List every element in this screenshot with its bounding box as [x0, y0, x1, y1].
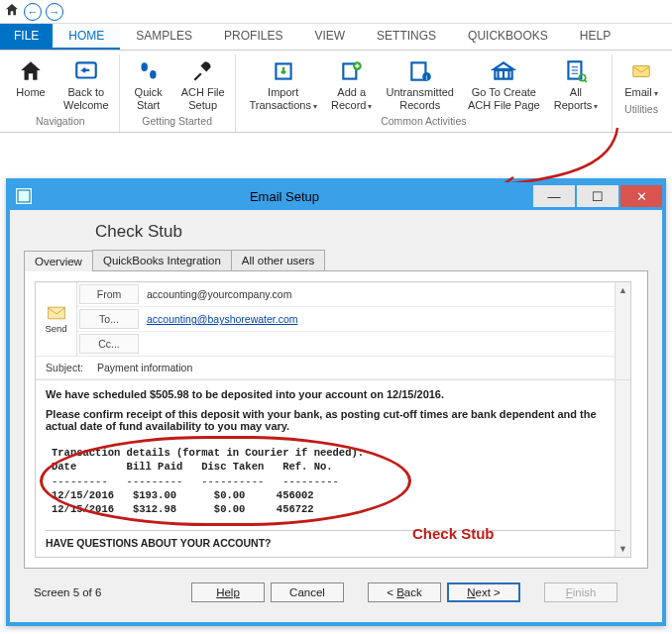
questions-line: HAVE QUESTIONS ABOUT YOUR ACCOUNT?	[46, 537, 620, 549]
footsteps-icon	[135, 58, 163, 84]
goto-create-ach-button[interactable]: Go To Create ACH File Page	[464, 56, 544, 113]
forward-icon[interactable]: →	[46, 3, 63, 21]
help-button[interactable]: Help	[191, 582, 265, 602]
tab-home[interactable]: HOME	[53, 24, 120, 50]
subject-value: Payment information	[93, 359, 630, 376]
email-setup-window: Email Setup — ☐ ✕ Check Stub Overview Qu…	[6, 178, 666, 626]
finish-button: Finish	[544, 582, 617, 602]
goto-ach-label: Go To Create ACH File Page	[468, 86, 540, 111]
svg-text:i: i	[425, 74, 426, 81]
subject-label: Subject:	[38, 359, 89, 376]
send-button[interactable]: Send	[36, 282, 77, 356]
tab-overview[interactable]: Overview	[24, 251, 93, 271]
screen-counter: Screen 5 of 6	[34, 586, 163, 598]
back-label: Back to Welcome	[63, 86, 109, 111]
home-label: Home	[16, 86, 45, 99]
back-button[interactable]: < Back	[368, 582, 441, 602]
svg-rect-14	[48, 307, 64, 319]
stub-row-2: 12/15/2016 $312.98 $0.00 456722	[52, 503, 314, 515]
send-label: Send	[45, 323, 66, 334]
window-icon	[16, 188, 32, 204]
maximize-button[interactable]: ☐	[577, 185, 618, 207]
content-tabs: Overview QuickBooks Integration All othe…	[24, 250, 648, 271]
stub-sep: --------- --------- ---------- ---------	[52, 476, 339, 487]
home-large-icon	[17, 58, 45, 84]
cancel-button[interactable]: Cancel	[271, 582, 344, 602]
add-record-button[interactable]: Add a Record	[327, 56, 376, 113]
add-record-icon	[338, 58, 366, 84]
email-utility-button[interactable]: Email	[618, 56, 664, 101]
from-label[interactable]: From	[79, 284, 139, 304]
wizard-nav-bar: Screen 5 of 6 Help Cancel < Back Next > …	[24, 569, 648, 610]
add-record-label: Add a Record	[331, 86, 372, 111]
ribbon-tabs: FILE HOME SAMPLES PROFILES VIEW SETTINGS…	[0, 24, 672, 51]
email-preview: ▲▼ Send Fromaccounting@yourcompany.com T…	[35, 281, 631, 558]
overview-panel: ▲▼ Send Fromaccounting@yourcompany.com T…	[24, 271, 648, 569]
email-body: We have scheduled $505.98 to be deposite…	[36, 379, 630, 557]
to-value: accounting@bayshorewater.com	[143, 310, 630, 328]
to-label[interactable]: To...	[79, 309, 139, 329]
back-to-welcome-button[interactable]: Back to Welcome	[59, 56, 113, 113]
stub-row-1: 12/15/2016 $193.00 $0.00 456002	[52, 489, 314, 501]
envelope-icon	[627, 58, 655, 84]
records-info-icon: i	[406, 58, 434, 84]
ribbon-group-common: Import Transactions Add a Record i Untra…	[236, 54, 613, 132]
svg-point-2	[150, 70, 157, 79]
annotation-arrow-zone	[0, 133, 672, 172]
cc-label[interactable]: Cc...	[79, 334, 139, 354]
tab-quickbooks[interactable]: QUICKBOOKS	[452, 24, 564, 50]
untransmitted-label: Untransmitted Records	[386, 86, 453, 111]
tab-profiles[interactable]: PROFILES	[208, 24, 298, 50]
import-label: Import Transactions	[249, 86, 317, 111]
email-label: Email	[624, 86, 658, 99]
ribbon-group-utilities: Email Utilities	[613, 54, 670, 132]
stub-columns: Date Bill Paid Disc Taken Ref. No.	[52, 461, 333, 473]
send-envelope-icon	[47, 305, 66, 321]
from-value: accounting@yourcompany.com	[143, 285, 630, 303]
next-button[interactable]: Next >	[447, 582, 520, 602]
window-title: Email Setup	[38, 189, 531, 204]
body-line-1: We have scheduled $505.98 to be deposite…	[46, 388, 620, 400]
quick-start-button[interactable]: Quick Start	[126, 56, 171, 113]
tab-settings[interactable]: SETTINGS	[361, 24, 452, 50]
reports-icon	[562, 58, 590, 84]
check-stub-callout: Check Stub	[412, 525, 495, 542]
tools-icon	[189, 58, 217, 84]
ach-setup-label: ACH File Setup	[181, 86, 225, 111]
back-arrow-icon	[72, 58, 100, 84]
ribbon-group-getting-started: Quick Start ACH File Setup Getting Start…	[120, 54, 236, 132]
tab-samples[interactable]: SAMPLES	[120, 24, 208, 50]
ach-file-setup-button[interactable]: ACH File Setup	[177, 56, 229, 113]
titlebar: Email Setup — ☐ ✕	[10, 182, 662, 210]
window-body: Check Stub Overview QuickBooks Integrati…	[10, 210, 662, 622]
svg-point-1	[141, 62, 148, 71]
all-reports-label: All Reports	[554, 86, 599, 111]
cc-value	[143, 341, 630, 347]
bank-icon	[490, 58, 517, 84]
page-heading: Check Stub	[95, 222, 648, 242]
import-icon	[270, 58, 297, 84]
back-icon[interactable]: ←	[24, 3, 42, 21]
file-tab[interactable]: FILE	[0, 24, 53, 50]
ribbon-group-navigation: Home Back to Welcome Navigation	[2, 54, 120, 132]
browser-nav-bar: ← →	[0, 0, 672, 24]
untransmitted-records-button[interactable]: i Untransmitted Records	[382, 56, 457, 113]
group-label-navigation: Navigation	[8, 113, 113, 130]
svg-rect-11	[633, 66, 650, 77]
import-transactions-button[interactable]: Import Transactions	[245, 56, 321, 113]
home-icon[interactable]	[4, 2, 20, 21]
quick-start-label: Quick Start	[135, 86, 163, 111]
tab-help[interactable]: HELP	[564, 24, 626, 50]
tab-all-other-users[interactable]: All other users	[231, 250, 326, 270]
transaction-details-block: Transaction details (format in Courier i…	[46, 440, 409, 522]
tab-view[interactable]: VIEW	[298, 24, 361, 50]
tab-quickbooks-integration[interactable]: QuickBooks Integration	[92, 250, 232, 270]
group-label-utilities: Utilities	[618, 101, 664, 118]
home-button[interactable]: Home	[8, 56, 54, 113]
all-reports-button[interactable]: All Reports	[550, 56, 603, 113]
stub-header: Transaction details (format in Courier i…	[52, 447, 364, 459]
close-button[interactable]: ✕	[620, 185, 662, 207]
ribbon-body: Home Back to Welcome Navigation Quick St…	[0, 51, 672, 133]
body-line-2: Please confirm receipt of this deposit w…	[46, 408, 620, 432]
minimize-button[interactable]: —	[533, 185, 575, 207]
